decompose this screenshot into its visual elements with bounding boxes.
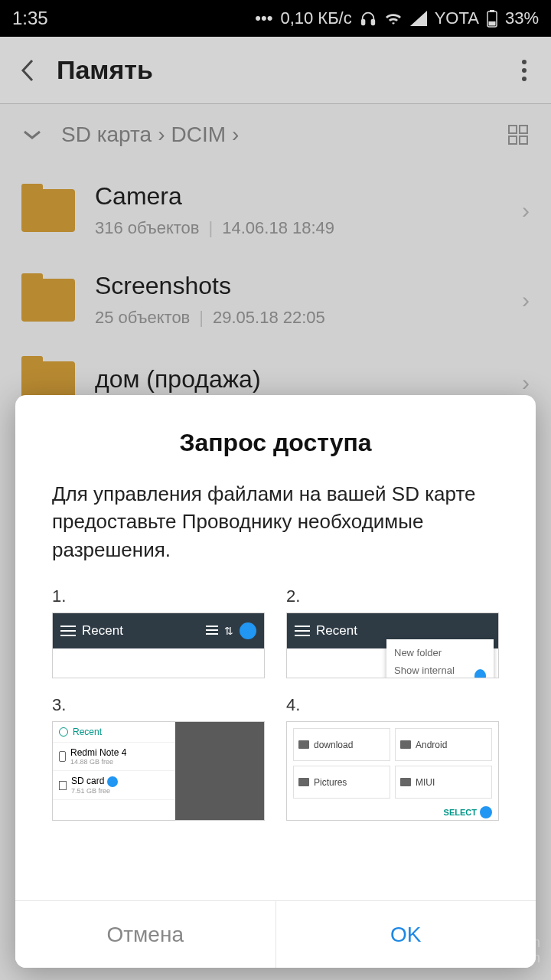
hamburger-icon bbox=[295, 630, 310, 632]
dialog-actions: Отмена OK bbox=[15, 900, 536, 968]
folder-small-icon bbox=[400, 778, 411, 786]
step-4: 4. download Android Pictures MIUI SELECT bbox=[286, 695, 499, 821]
dialog-title: Запрос доступа bbox=[52, 429, 499, 457]
highlight-dot-icon bbox=[240, 622, 256, 639]
step-image: download Android Pictures MIUI SELECT bbox=[286, 721, 499, 821]
sd-card-icon bbox=[59, 781, 67, 790]
permission-dialog: Запрос доступа Для управления файлами на… bbox=[15, 395, 536, 968]
highlight-dot-icon bbox=[480, 806, 492, 818]
highlight-dot-icon bbox=[107, 776, 118, 787]
hamburger-icon bbox=[60, 630, 76, 632]
cancel-button[interactable]: Отмена bbox=[15, 901, 276, 968]
sort-icon: ⇅ bbox=[224, 625, 233, 637]
device-icon bbox=[59, 751, 66, 762]
list-icon bbox=[206, 626, 218, 636]
step-1: 1. Recent ⇅ bbox=[52, 586, 265, 678]
step-2: 2. Recent New folder Show internal stora… bbox=[286, 586, 499, 678]
popup-menu: New folder Show internal storage bbox=[386, 639, 494, 678]
step-image: Recent ⇅ bbox=[52, 612, 265, 678]
folder-small-icon bbox=[400, 740, 411, 749]
steps-grid: 1. Recent ⇅ 2. bbox=[52, 586, 499, 821]
ok-button[interactable]: OK bbox=[276, 901, 536, 968]
step-image: Recent Redmi Note 414.88 GB free SD card… bbox=[52, 721, 265, 821]
folder-small-icon bbox=[298, 740, 309, 749]
folder-small-icon bbox=[298, 778, 309, 786]
step-3: 3. Recent Redmi Note 414.88 GB free SD c… bbox=[52, 695, 265, 821]
highlight-dot-icon bbox=[474, 669, 486, 678]
dialog-message: Для управления файлами на вашей SD карте… bbox=[52, 480, 499, 564]
clock-icon bbox=[59, 727, 68, 737]
step-image: Recent New folder Show internal storage bbox=[286, 612, 499, 678]
